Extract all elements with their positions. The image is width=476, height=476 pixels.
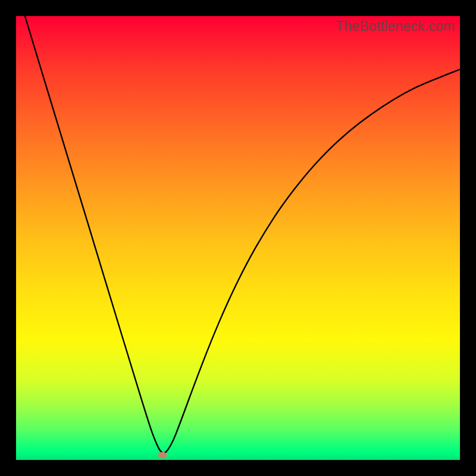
minimum-marker xyxy=(158,452,167,458)
plot-area: TheBottleneck.com xyxy=(16,16,460,460)
bottleneck-curve xyxy=(16,16,460,460)
chart-frame: TheBottleneck.com xyxy=(0,0,476,476)
